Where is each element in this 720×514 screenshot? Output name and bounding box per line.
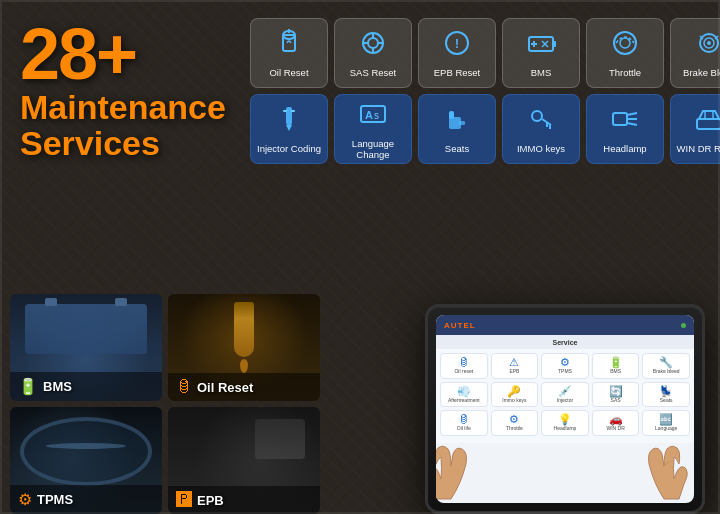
injector-icon	[273, 103, 305, 139]
thumb-tpms: ⚙ TPMS	[10, 407, 162, 514]
svg-rect-26	[283, 110, 287, 112]
t-throttle2-icon: ⚙	[509, 414, 519, 425]
tablet-tile-bms[interactable]: 🔋 BMS	[592, 353, 640, 379]
t-sas2-label: SAS	[611, 398, 621, 404]
tablet-tile-throttle2[interactable]: ⚙ Throttle	[491, 410, 539, 436]
service-tile-bms[interactable]: BMS	[502, 18, 580, 88]
tablet-tile-head2[interactable]: 💡 Headlamp	[541, 410, 589, 436]
oil-reset-label: Oil Reset	[269, 67, 308, 78]
tablet-tile-inj[interactable]: 💉 Injector	[541, 382, 589, 408]
throttle-icon	[609, 27, 641, 63]
thumb-epb: 🅿 EPB	[168, 407, 320, 514]
title-block: 28+ Maintenance Services	[20, 18, 230, 161]
tpms-thumb-icon: ⚙	[18, 490, 32, 509]
tablet-title-bar: Service	[436, 335, 694, 349]
sas-reset-label: SAS Reset	[350, 67, 396, 78]
t-oil-icon: 🛢	[458, 357, 469, 368]
svg-rect-24	[286, 107, 292, 125]
language-icon: A s	[357, 98, 389, 134]
t-brake-label: Brake bleed	[653, 369, 680, 375]
thumb-oil: 🛢 Oil Reset	[168, 294, 320, 401]
t-bms-label: BMS	[610, 369, 621, 375]
seats-label: Seats	[445, 143, 469, 154]
epb-label-row: 🅿 EPB	[168, 486, 320, 514]
t-throttle2-label: Throttle	[506, 426, 523, 432]
service-tile-seats[interactable]: Seats	[418, 94, 496, 164]
service-tile-sas-reset[interactable]: SAS Reset	[334, 18, 412, 88]
t-after-label: Aftertreatment	[448, 398, 480, 404]
svg-text:s: s	[374, 110, 379, 121]
tablet-icon-row-2: 💨 Aftertreatment 🔑 Immo keys 💉 Injector	[440, 382, 690, 408]
t-brake-icon: 🔧	[659, 357, 673, 368]
service-tile-headlamp[interactable]: Headlamp	[586, 94, 664, 164]
t-seats2-label: Seats	[660, 398, 673, 404]
service-tile-oil-reset[interactable]: Oil Reset	[250, 18, 328, 88]
service-tile-windroof[interactable]: WIN DR ROOF	[670, 94, 720, 164]
service-tile-brake-bleed[interactable]: Brake Bleed	[670, 18, 720, 88]
svg-point-4	[368, 38, 378, 48]
t-tpms-icon: ⚙	[560, 357, 570, 368]
bottom-section: 🔋 BMS 🛢 Oil Reset	[0, 174, 720, 514]
hand-right	[609, 424, 694, 503]
svg-point-18	[620, 38, 630, 48]
service-tile-language[interactable]: A s Language Change	[334, 94, 412, 164]
sas-reset-icon	[357, 27, 389, 63]
svg-line-39	[627, 113, 637, 115]
oil-label-row: 🛢 Oil Reset	[168, 373, 320, 401]
tablet-tile-tpms[interactable]: ⚙ TPMS	[541, 353, 589, 379]
tablet-brand: AUTEL	[444, 321, 476, 330]
tablet-device: AUTEL Service 🛢 Oil reset	[425, 304, 705, 514]
t-seats2-icon: 💺	[659, 386, 673, 397]
tablet-service-title: Service	[553, 339, 578, 346]
oil-thumb-text: Oil Reset	[197, 380, 253, 395]
service-tile-throttle[interactable]: Throttle	[586, 18, 664, 88]
oil-thumb-icon: 🛢	[176, 378, 192, 396]
bms-label: BMS	[531, 67, 552, 78]
t-head2-label: Headlamp	[554, 426, 577, 432]
tpms-thumb-text: TPMS	[37, 492, 73, 507]
tablet-container: AUTEL Service 🛢 Oil reset	[328, 304, 710, 514]
services-text: Services	[20, 126, 230, 162]
immo-label: IMMO keys	[517, 143, 565, 154]
epb-reset-icon: !	[441, 27, 473, 63]
tablet-tile-oil[interactable]: 🛢 Oil reset	[440, 353, 488, 379]
service-row-2: Injector Coding A s Language Change	[250, 94, 720, 164]
tablet-tile-sas2[interactable]: 🔄 SAS	[592, 382, 640, 408]
injector-label: Injector Coding	[257, 143, 321, 154]
service-tile-epb-reset[interactable]: ! EPB Reset	[418, 18, 496, 88]
service-tile-injector[interactable]: Injector Coding	[250, 94, 328, 164]
top-section: 28+ Maintenance Services	[0, 0, 720, 174]
t-oillife-label: Oil life	[457, 426, 471, 432]
oil-reset-icon	[273, 27, 305, 63]
service-tile-immo[interactable]: IMMO keys	[502, 94, 580, 164]
tablet-tile-brake[interactable]: 🔧 Brake bleed	[642, 353, 690, 379]
headlamp-icon	[609, 103, 641, 139]
epb-reset-label: EPB Reset	[434, 67, 480, 78]
tablet-icon-row-1: 🛢 Oil reset ⚠ EPB ⚙ TPMS	[440, 353, 690, 379]
tpms-label-row: ⚙ TPMS	[10, 485, 162, 514]
tablet-tile-after[interactable]: 💨 Aftertreatment	[440, 382, 488, 408]
svg-point-17	[614, 32, 636, 54]
tablet-screen: AUTEL Service 🛢 Oil reset	[436, 315, 694, 503]
svg-text:!: !	[455, 37, 459, 51]
t-epb-icon: ⚠	[509, 357, 519, 368]
t-after-icon: 💨	[457, 386, 471, 397]
svg-line-41	[627, 123, 637, 125]
throttle-label: Throttle	[609, 67, 641, 78]
svg-rect-32	[449, 111, 454, 119]
t-bms-icon: 🔋	[609, 357, 623, 368]
tablet-tile-oillife[interactable]: 🛢 Oil life	[440, 410, 488, 436]
tablet-tile-seats2[interactable]: 💺 Seats	[642, 382, 690, 408]
tablet-tile-immo[interactable]: 🔑 Immo keys	[491, 382, 539, 408]
brake-bleed-icon	[693, 27, 720, 63]
tablet-tile-epb[interactable]: ⚠ EPB	[491, 353, 539, 379]
hand-left	[436, 434, 506, 503]
t-head2-icon: 💡	[558, 414, 572, 425]
svg-rect-12	[553, 41, 556, 47]
t-oil-label: Oil reset	[454, 369, 473, 375]
t-tpms-label: TPMS	[558, 369, 572, 375]
bms-thumb-text: BMS	[43, 379, 72, 394]
tablet-status-dot	[681, 323, 686, 328]
bms-icon	[525, 27, 557, 63]
t-immo-icon: 🔑	[507, 386, 521, 397]
